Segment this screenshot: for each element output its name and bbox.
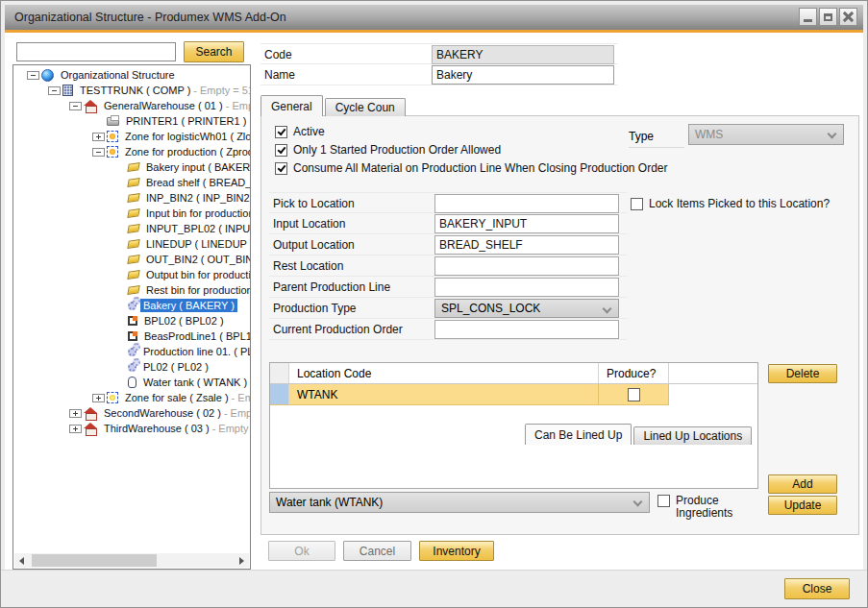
tree-node[interactable]: ThirdWarehouse ( 03 ) - Empty = 5 <box>13 421 250 436</box>
lock-items-checkbox-row[interactable]: Lock Items Picked to this Location? <box>631 197 830 210</box>
close-icon <box>843 12 854 22</box>
checkbox-label: Consume All Material on Production Line … <box>293 161 668 175</box>
tree-node[interactable]: Input bin for production ( IN <box>13 206 250 221</box>
tree-indent <box>113 225 126 233</box>
checkbox[interactable] <box>275 126 287 138</box>
produce-ingredients-row[interactable]: Produce Ingredients <box>657 495 753 520</box>
production-type-dropdown[interactable]: SPL_CONS_LOCK <box>434 299 619 318</box>
tree-node[interactable]: Bakery input ( BAKERY_IN <box>13 159 250 175</box>
gears-icon <box>128 348 136 356</box>
tree-node[interactable]: Production line 01. ( PL01 <box>13 344 250 359</box>
close-button[interactable]: Close <box>784 578 850 599</box>
company-icon <box>62 85 73 96</box>
produce-cell[interactable] <box>599 384 669 405</box>
collapse-toggle[interactable] <box>69 102 82 110</box>
tree-node[interactable]: SecondWarehouse ( 02 ) - Empty <box>13 405 250 421</box>
location-dropdown-value: Water tank (WTANK) <box>276 496 383 509</box>
option-checkbox-row[interactable]: Only 1 Started Production Order Allowed <box>275 143 668 157</box>
tab-lined-up-locations[interactable]: Lined Up Locations <box>633 426 752 445</box>
close-window-button[interactable] <box>839 8 857 26</box>
tree-horizontal-scrollbar[interactable] <box>14 553 249 568</box>
search-input[interactable] <box>16 42 176 61</box>
option-checkbox-row[interactable]: Active <box>275 125 668 138</box>
lock-items-label: Lock Items Picked to this Location? <box>649 197 830 210</box>
field-input[interactable] <box>434 320 619 339</box>
tree-rows: Organizational StructureTESTTRUNK ( COMP… <box>13 67 250 553</box>
tree-node[interactable]: PL02 ( PL02 ) <box>13 359 250 375</box>
collapse-toggle[interactable] <box>27 71 39 80</box>
tree-node[interactable]: BeasProdLine1 ( BPL1 ) <box>13 328 250 344</box>
collapse-toggle[interactable] <box>92 148 105 157</box>
field-label: Production Type <box>273 302 357 315</box>
produce-ingredients-checkbox[interactable] <box>657 495 670 507</box>
tree-node[interactable]: Rest bin for production ( R <box>13 282 250 298</box>
expand-toggle[interactable] <box>69 409 82 418</box>
field-input[interactable] <box>434 256 619 276</box>
globe-icon <box>41 69 54 82</box>
prodline-icon <box>128 331 137 341</box>
maximize-button[interactable] <box>819 8 837 26</box>
tree-node[interactable]: Zone for production ( Zprod ) <box>13 144 250 159</box>
tree-node[interactable]: LINEDUP ( LINEDUP ) <box>13 236 250 252</box>
tree-node[interactable]: Water tank ( WTANK ) <box>13 375 250 390</box>
checkbox[interactable] <box>275 162 287 175</box>
expand-toggle[interactable] <box>92 133 105 141</box>
minimize-button[interactable] <box>799 8 817 26</box>
table-header: Location Code Produce? <box>270 363 757 384</box>
tree-node[interactable]: Zone for sale ( Zsale ) - Empty <box>13 390 250 405</box>
row-selector-cell[interactable] <box>270 384 289 405</box>
update-button[interactable]: Update <box>768 496 837 515</box>
scroll-left-arrow[interactable] <box>14 553 29 568</box>
field-input[interactable] <box>434 214 619 233</box>
option-checkbox-row[interactable]: Consume All Material on Production Line … <box>275 161 668 175</box>
field-input[interactable] <box>434 235 619 255</box>
checkbox[interactable] <box>275 144 287 157</box>
field-input[interactable] <box>434 194 619 213</box>
tree-node[interactable]: OUT_BIN2 ( OUT_BIN2 ) <box>13 252 250 267</box>
expand-toggle[interactable] <box>92 394 105 402</box>
scroll-right-arrow[interactable] <box>235 553 249 568</box>
add-button[interactable]: Add <box>768 474 837 494</box>
ok-button[interactable]: Ok <box>268 541 335 561</box>
tree-node-label: GeneralWarehouse ( 01 ) <box>101 99 226 112</box>
tree-node[interactable]: TESTTRUNK ( COMP ) - Empty = 51/ <box>13 83 250 98</box>
cancel-button[interactable]: Cancel <box>343 541 411 561</box>
produce-checkbox[interactable] <box>628 388 640 401</box>
field-label: Pick to Location <box>273 197 355 210</box>
tree-node[interactable]: Organizational Structure <box>13 67 250 83</box>
lock-items-checkbox[interactable] <box>631 198 643 210</box>
field-input[interactable] <box>434 278 619 297</box>
tree-node-label: Bakery ( BAKERY ) <box>140 299 237 312</box>
tree-node[interactable]: Bakery ( BAKERY ) <box>13 298 250 313</box>
location-code-cell[interactable]: WTANK <box>289 384 599 405</box>
tree-indent <box>113 317 126 326</box>
tree-node[interactable]: Bread shelf ( BREAD_SHE <box>13 175 250 190</box>
collapse-toggle[interactable] <box>48 86 61 95</box>
tree-node[interactable]: GeneralWarehouse ( 01 ) - Empty <box>13 98 250 113</box>
table-row[interactable]: WTANK <box>270 384 757 405</box>
expand-toggle[interactable] <box>69 425 82 433</box>
tree-node[interactable]: INP_BIN2 ( INP_BIN2 ) <box>13 190 250 206</box>
delete-button[interactable]: Delete <box>768 364 837 383</box>
bin-icon <box>127 239 139 249</box>
location-code-column-header: Location Code <box>289 363 599 383</box>
tree-node[interactable]: INPUT_BPL02 ( INPUT_B <box>13 221 250 236</box>
tree-node-suffix: - Empty <box>226 100 250 111</box>
location-dropdown[interactable]: Water tank (WTANK) <box>269 492 650 513</box>
tree-node-suffix: - Empty <box>224 407 250 419</box>
tab-cycle-coun[interactable]: Cycle Coun <box>325 98 406 116</box>
tab-can-be-lined-up[interactable]: Can Be Lined Up <box>525 424 632 445</box>
tree-node[interactable]: PRINTER1 ( PRINTER1 ) <box>13 113 250 129</box>
tree-node[interactable]: Output bin for production ( <box>13 267 250 282</box>
top-tab-strip: GeneralCycle Coun <box>260 95 408 116</box>
search-button[interactable]: Search <box>184 41 244 62</box>
scrollbar-thumb[interactable] <box>32 554 157 567</box>
name-field[interactable] <box>432 65 614 85</box>
tree-node[interactable]: BPL02 ( BPL02 ) <box>13 313 250 328</box>
printer-icon <box>107 117 119 126</box>
tree-node[interactable]: Zone for logisticWh01 ( Zlogist <box>13 129 250 144</box>
tree-indent <box>113 302 126 310</box>
field-label: Current Production Order <box>273 323 403 336</box>
tab-general[interactable]: General <box>260 95 323 116</box>
inventory-button[interactable]: Inventory <box>419 541 494 561</box>
